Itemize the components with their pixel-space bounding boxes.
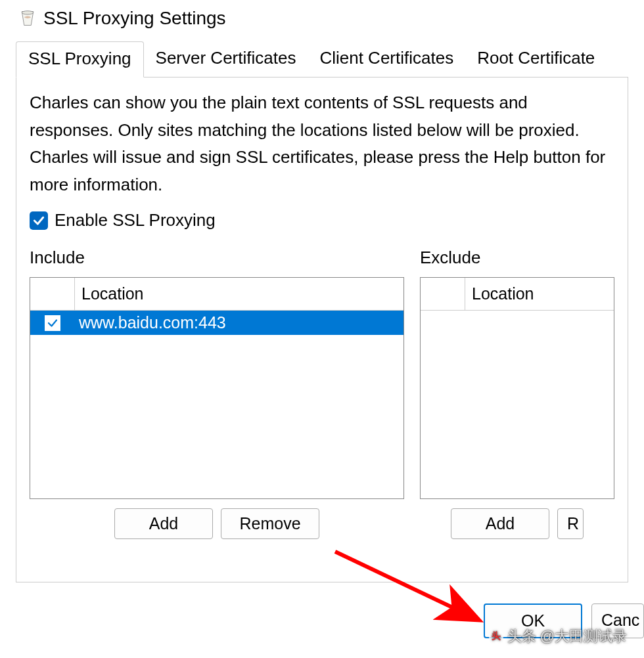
tab-ssl-proxying[interactable]: SSL Proxying xyxy=(16,41,144,77)
tab-client-certificates[interactable]: Client Certificates xyxy=(308,41,465,77)
include-header-location: Location xyxy=(75,278,403,310)
description-text: Charles can show you the plain text cont… xyxy=(30,89,614,198)
include-row-checkbox[interactable] xyxy=(45,315,60,331)
exclude-list[interactable]: Location xyxy=(420,277,614,499)
include-list[interactable]: Location www.baidu.com:443 xyxy=(30,277,404,499)
enable-ssl-proxying-label: Enable SSL Proxying xyxy=(55,210,216,230)
include-add-button[interactable]: Add xyxy=(114,508,213,539)
tab-root-certificate[interactable]: Root Certificate xyxy=(465,41,607,77)
exclude-header-location: Location xyxy=(465,278,614,310)
app-icon xyxy=(18,9,37,28)
include-section: Include Location www.ba xyxy=(30,248,404,539)
tab-server-certificates[interactable]: Server Certificates xyxy=(144,41,308,77)
cancel-button[interactable]: Canc xyxy=(591,603,644,638)
include-label: Include xyxy=(30,248,404,268)
exclude-label: Exclude xyxy=(420,248,614,268)
titlebar: SSL Proxying Settings xyxy=(0,0,644,41)
exclude-list-header: Location xyxy=(421,278,614,311)
exclude-remove-button[interactable]: R xyxy=(557,508,584,539)
include-row-location: www.baidu.com:443 xyxy=(75,311,403,335)
window-title: SSL Proxying Settings xyxy=(43,8,226,29)
tab-content: Charles can show you the plain text cont… xyxy=(16,77,628,582)
include-list-header: Location xyxy=(30,278,403,311)
tab-bar: SSL Proxying Server Certificates Client … xyxy=(16,41,628,77)
include-remove-button[interactable]: Remove xyxy=(221,508,319,539)
ok-button[interactable]: OK xyxy=(484,603,582,638)
svg-point-0 xyxy=(22,11,34,14)
exclude-section: Exclude Location Add R xyxy=(420,248,614,539)
exclude-add-button[interactable]: Add xyxy=(451,508,549,539)
enable-ssl-proxying-checkbox[interactable] xyxy=(30,211,48,230)
include-row[interactable]: www.baidu.com:443 xyxy=(30,311,403,335)
